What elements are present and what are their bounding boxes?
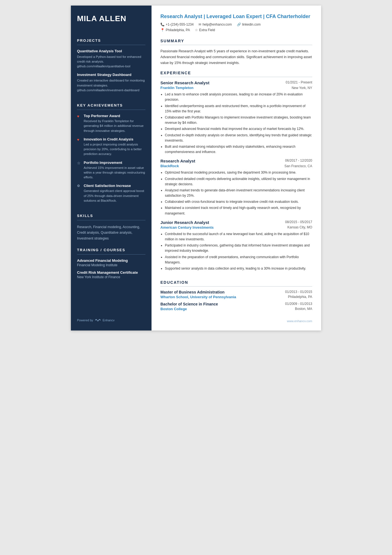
achievements-section-title: KEY ACHIEVEMENTS <box>77 103 145 107</box>
projects-divider <box>77 45 145 45</box>
website-url: www.enhancv.com <box>287 319 312 323</box>
powered-by-label: Powered by <box>77 319 93 322</box>
edu-1-school-row: Wharton School, University of Pennsylvan… <box>160 295 312 299</box>
job-2-bullet-1: Optimized financial modeling procedures,… <box>165 170 312 175</box>
achievement-2-title: Innovation in Credit Analysis <box>84 137 145 141</box>
skills-text: Research, Financial modeling, Accounting… <box>77 224 145 241</box>
training-1-org: Financial Modeling Institute <box>77 263 145 267</box>
heart-icon-2: ♥ <box>77 137 82 142</box>
job-3-date: 08/2015 - 05/2017 <box>285 220 312 224</box>
job-3-bullet-2: Participated in industry conferences, ga… <box>165 243 312 253</box>
phone-contact: 📞 +1-(234)-555-1234 <box>160 23 193 26</box>
edu-1-header: Master of Business Administration 01/201… <box>160 290 312 294</box>
star-icon: ☆ <box>77 161 82 165</box>
job-3-bullets: Contributed to the successful launch of … <box>160 231 312 271</box>
email-value: help@enhancv.com <box>202 23 232 26</box>
job-3-header: Junior Research Analyst 08/2015 - 05/201… <box>160 220 312 225</box>
location-contact: 📍 Philadelphia, PA <box>160 28 190 32</box>
job-1-bullets: Led a team to enhance credit analysis pr… <box>160 92 312 155</box>
edu-2-date: 01/2009 - 01/2013 <box>285 302 312 306</box>
location-value: Philadelphia, PA <box>166 28 190 32</box>
extra-contact: ☆ Extra Field <box>195 28 215 32</box>
email-contact: ✉ help@enhancv.com <box>199 23 232 26</box>
job-2-company-row: BlackRock San Francisco, CA <box>160 164 312 168</box>
phone-icon: 📞 <box>160 23 165 26</box>
main-headline: Research Analyst | Leveraged Loan Expert… <box>160 13 312 20</box>
sidebar: MILA ALLEN PROJECTS Quantitative Analysi… <box>71 6 152 330</box>
edu-1-location: Philadelphia, PA <box>288 295 312 299</box>
summary-divider <box>160 45 312 45</box>
project-item-1: Quantitative Analysis Tool Developed a P… <box>77 49 145 73</box>
contact-row: 📞 +1-(234)-555-1234 ✉ help@enhancv.com 🔗… <box>160 23 312 26</box>
job-2-bullets: Optimized financial modeling procedures,… <box>160 170 312 216</box>
job-3-bullet-4: Supported senior analysts in data collec… <box>165 266 312 271</box>
job-3: Junior Research Analyst 08/2015 - 05/201… <box>160 220 312 275</box>
target-icon: ⚙ <box>77 184 82 188</box>
heart-icon-1: ♥ <box>77 114 82 119</box>
training-2-org: New York Institute of Finance <box>77 275 145 279</box>
email-icon: ✉ <box>199 23 201 26</box>
achievement-3-title: Portfolio Improvement <box>84 161 145 165</box>
skills-section-title: SKILLS <box>77 214 145 218</box>
extra-value: Extra Field <box>199 28 215 32</box>
main-footer: www.enhancv.com <box>160 314 312 323</box>
edu-2-degree: Bachelor of Science in Finance <box>160 302 218 306</box>
job-3-bullet-3: Assisted in the preparation of credit pr… <box>165 255 312 265</box>
job-1-header: Senior Research Analyst 01/2021 - Presen… <box>160 80 312 85</box>
job-2-location: San Francisco, CA <box>284 164 312 168</box>
education-divider <box>160 286 312 287</box>
summary-text: Passionate Research Analyst with 5 years… <box>160 48 312 66</box>
candidate-name: MILA ALLEN <box>77 14 145 23</box>
achievement-4-desc: Generated significant client approval bo… <box>84 189 145 203</box>
training-1-title: Advanced Financial Modeling <box>77 258 145 263</box>
job-3-title: Junior Research Analyst <box>160 220 209 225</box>
achievement-2-desc: Led a project improving credit analysis … <box>84 142 145 157</box>
achievement-4: ⚙ Client Satisfaction Increase Generated… <box>77 184 145 203</box>
edu-2-school-row: Boston College Boston, MA <box>160 307 312 311</box>
training-section-title: TRAINING / COURSES <box>77 248 145 252</box>
linkedin-value: linkedin.com <box>242 23 261 26</box>
experience-section-title: EXPERIENCE <box>160 71 312 75</box>
project-2-title: Investment Strategy Dashboard <box>77 73 145 77</box>
achievement-1-title: Top Performer Award <box>84 114 145 118</box>
edu-1: Master of Business Administration 01/201… <box>160 290 312 302</box>
education-section-title: EDUCATION <box>160 280 312 285</box>
job-2-title: Research Analyst <box>160 159 195 163</box>
job-3-location: Kansas City, MO <box>287 225 312 229</box>
job-3-company-row: American Century Investments Kansas City… <box>160 225 312 230</box>
linkedin-contact: 🔗 linkedin.com <box>237 23 261 26</box>
edu-2-location: Boston, MA <box>295 307 312 311</box>
job-1-date: 01/2021 - Present <box>286 80 312 84</box>
job-1: Senior Research Analyst 01/2021 - Presen… <box>160 80 312 159</box>
brand-name: Enhancv <box>103 319 115 322</box>
project-1-title: Quantitative Analysis Tool <box>77 49 145 53</box>
job-2-bullet-5: Maintained a consistent track record of … <box>165 205 312 216</box>
extra-icon: ☆ <box>195 28 198 32</box>
project-item-2: Investment Strategy Dashboard Created an… <box>77 73 145 97</box>
job-1-bullet-4: Developed advanced financial models that… <box>165 126 312 132</box>
achievement-3: ☆ Portfolio Improvement Achieved 15% imp… <box>77 161 145 180</box>
edu-1-date: 01/2013 - 01/2015 <box>285 290 312 294</box>
job-2: Research Analyst 06/2017 - 12/2020 Black… <box>160 159 312 220</box>
achievement-1: ♥ Top Performer Award Received by Frankl… <box>77 114 145 133</box>
job-1-bullet-1: Led a team to enhance credit analysis pr… <box>165 92 312 102</box>
job-1-location: New York, NY <box>292 86 312 90</box>
projects-section-title: PROJECTS <box>77 38 145 43</box>
resume-container: MILA ALLEN PROJECTS Quantitative Analysi… <box>71 6 321 330</box>
training-divider <box>77 254 145 255</box>
job-3-bullet-1: Contributed to the successful launch of … <box>165 231 312 242</box>
sidebar-footer: Powered by Enhancv <box>77 313 145 322</box>
training-2-title: Credit Risk Management Certificate <box>77 270 145 275</box>
training-1: Advanced Financial Modeling Financial Mo… <box>77 258 145 267</box>
contact-row-2: 📍 Philadelphia, PA ☆ Extra Field <box>160 28 312 32</box>
achievements-divider <box>77 110 145 110</box>
job-2-bullet-2: Constructed detailed credit reports deli… <box>165 176 312 187</box>
job-2-header: Research Analyst 06/2017 - 12/2020 <box>160 159 312 163</box>
achievement-2: ♥ Innovation in Credit Analysis Led a pr… <box>77 137 145 157</box>
summary-section-title: SUMMARY <box>160 39 312 43</box>
location-icon: 📍 <box>160 28 165 32</box>
experience-divider <box>160 77 312 77</box>
enhancv-logo-icon <box>95 318 101 322</box>
achievement-1-desc: Received by Franklin Templeton for gener… <box>84 119 145 133</box>
project-2-desc: Created an interactive dashboard for mon… <box>77 78 145 93</box>
